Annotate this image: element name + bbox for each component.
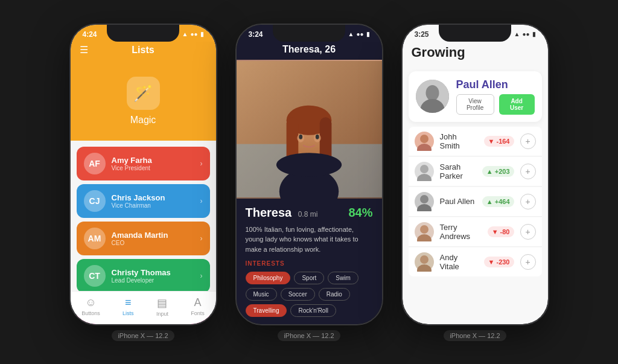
wifi-icon: ▲ [182, 31, 188, 37]
add-user-icon[interactable]: + [520, 254, 536, 270]
phone2-time: 3:24 [249, 30, 263, 39]
add-user-icon[interactable]: + [520, 133, 536, 149]
phone1-wrapper: 4:24 ▲ ●● ▮ ☰ Lists 🪄 Magic [69, 24, 217, 341]
phone1: 4:24 ▲ ●● ▮ ☰ Lists 🪄 Magic [69, 24, 217, 325]
interest-tag[interactable]: Radio [319, 288, 350, 301]
svg-point-21 [417, 204, 432, 211]
item-info: Amy Farha Vice President [112, 156, 194, 171]
phone1-screen: 4:24 ▲ ●● ▮ ☰ Lists 🪄 Magic [71, 25, 216, 324]
view-profile-button[interactable]: View Profile [456, 94, 494, 115]
phone3-status-icons: ▲ ●● ▮ [514, 31, 536, 37]
tab-fonts[interactable]: A Fonts [191, 296, 205, 317]
arrow-down-icon: ▼ [492, 228, 499, 235]
chevron-right-icon: › [200, 159, 203, 168]
avatar: AF [84, 153, 106, 174]
svg-point-19 [417, 174, 432, 181]
profile-bio: 100% Italian, fun loving, affectionate, … [246, 225, 373, 255]
score-value: -80 [500, 228, 510, 235]
phone2-wrapper: 3:24 ▲ ●● ▮ Theresa, 26 [235, 24, 383, 341]
phone1-status-icons: ▲ ●● ▮ [182, 31, 204, 37]
user-row[interactable]: Sarah Parker ▲ +203 + [409, 157, 542, 187]
add-user-icon[interactable]: + [520, 194, 536, 209]
svg-point-18 [420, 165, 428, 173]
list-item[interactable]: AF Amy Farha Vice President › [77, 147, 210, 180]
magic-icon[interactable]: 🪄 [127, 77, 160, 110]
svg-point-22 [420, 225, 428, 234]
tab-buttons[interactable]: ☺ Buttons [81, 296, 100, 317]
user-name: Sarah Parker [440, 162, 476, 180]
user-row[interactable]: Johh Smith ▼ -164 + [409, 127, 542, 156]
profile-info: Theresa 0.8 mi 84% 100% Italian, fun lov… [237, 199, 382, 324]
match-percentage: 84% [348, 206, 372, 220]
avatar: CT [84, 265, 106, 287]
item-name: Christy Thomas [112, 268, 194, 277]
item-role: Vice Chairman [112, 202, 194, 209]
item-name: Chris Jackson [112, 193, 194, 202]
magic-label: Magic [130, 115, 156, 126]
magic-section: 🪄 Magic [71, 65, 216, 141]
score-badge: ▼ -80 [488, 226, 514, 237]
interest-tag[interactable]: Travelling [246, 304, 287, 317]
phone1-tabbar: ☺ Buttons ≡ Lists ▤ Input A Fonts [71, 291, 216, 324]
interest-tag[interactable]: Rock'n'Roll [290, 304, 336, 317]
add-user-icon[interactable]: + [520, 164, 536, 179]
svg-point-24 [420, 255, 428, 264]
profile-header-name: Theresa, 26 [282, 44, 336, 54]
interest-tag[interactable]: Soccer [281, 288, 315, 301]
user-name: Andy Vitale [440, 253, 478, 271]
battery-icon: ▮ [366, 31, 370, 37]
score-value: +464 [495, 198, 510, 205]
list-item[interactable]: CJ Chris Jackson Vice Chairman › [77, 184, 210, 218]
add-user-button[interactable]: Add User [499, 94, 535, 115]
item-name: Amy Farha [112, 156, 194, 165]
profile-avatar [416, 80, 449, 113]
user-avatar [415, 162, 434, 181]
user-name: Paul Allen [440, 197, 476, 206]
user-name: Terry Andrews [440, 223, 482, 241]
interest-tag[interactable]: Music [246, 288, 277, 301]
svg-point-20 [420, 195, 428, 203]
profile-main-info: Paul Allen View Profile Add User [456, 78, 535, 115]
tab-label: Input [156, 311, 168, 317]
phone3-time: 3:25 [415, 30, 429, 39]
phone3-screen: 3:25 ▲ ●● ▮ Growing [403, 25, 548, 324]
wifi-icon: ▲ [514, 31, 520, 37]
tab-label: Lists [123, 310, 134, 316]
phone3: 3:25 ▲ ●● ▮ Growing [401, 24, 549, 325]
user-row[interactable]: Andy Vitale ▼ -230 + [409, 247, 542, 276]
signal-icon: ●● [190, 31, 197, 37]
tab-lists[interactable]: ≡ Lists [123, 296, 134, 317]
user-row[interactable]: Terry Andrews ▼ -80 + [409, 217, 542, 247]
tab-input[interactable]: ▤ Input [156, 296, 168, 317]
interest-tags-row2: Music Soccer Radio [246, 288, 373, 301]
interests-label: INTERESTS [246, 260, 373, 267]
battery-icon: ▮ [532, 31, 536, 37]
item-info: Amanda Martin CEO [112, 231, 194, 246]
list-item[interactable]: AM Amanda Martin CEO › [77, 222, 210, 255]
chevron-right-icon: › [200, 197, 203, 205]
chevron-right-icon: › [200, 272, 203, 280]
phone3-label: iPhone X — 12.2 [444, 330, 506, 341]
interest-tag[interactable]: Swim [328, 272, 358, 284]
score-badge: ▼ -230 [484, 257, 514, 267]
interest-tag[interactable]: Sport [294, 272, 324, 284]
phone2-status-icons: ▲ ●● ▮ [348, 31, 370, 37]
interest-tags: Philosophy Sport Swim [246, 272, 373, 284]
interest-tag[interactable]: Philosophy [246, 272, 291, 284]
avatar: CJ [84, 190, 106, 212]
dating-header: Theresa, 26 [237, 42, 382, 60]
svg-point-11 [315, 134, 319, 139]
score-value: -230 [496, 258, 509, 266]
phone1-time: 4:24 [83, 30, 97, 39]
add-user-icon[interactable]: + [520, 224, 536, 240]
user-row[interactable]: Paul Allen ▲ +464 + [409, 187, 542, 217]
list-item[interactable]: CT Christy Thomas Lead Developer › [77, 259, 210, 293]
profile-name-row: Theresa 0.8 mi 84% [246, 206, 373, 220]
user-avatar [415, 192, 434, 211]
growing-header: Growing [403, 42, 548, 66]
phone1-status-bar: 4:24 ▲ ●● ▮ [71, 25, 216, 42]
svg-point-12 [276, 153, 341, 176]
lists-title: Lists [132, 45, 154, 56]
menu-icon[interactable]: ☰ [80, 44, 88, 56]
tab-label: Fonts [191, 310, 205, 316]
